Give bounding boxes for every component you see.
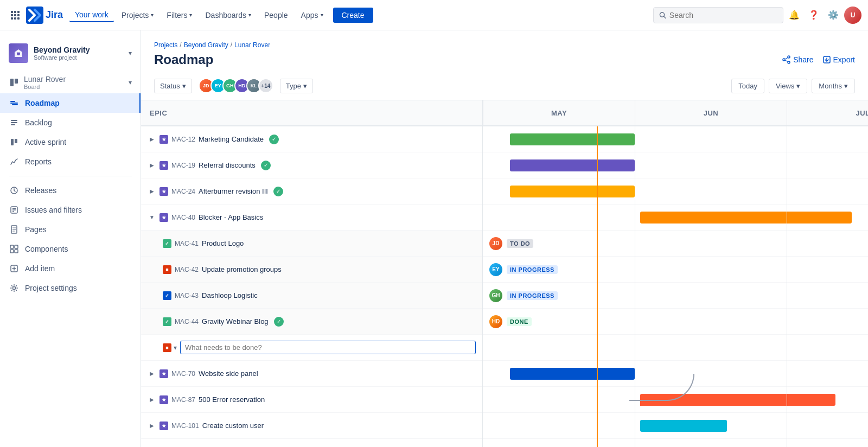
svg-rect-36 (15, 250, 18, 253)
components-icon (9, 244, 20, 254)
active-sprint-icon (9, 137, 20, 148)
breadcrumb-lunar-rover[interactable]: Lunar Rover (234, 41, 270, 49)
today-button[interactable]: Today (731, 79, 764, 93)
sidebar-item-reports[interactable]: Reports (0, 152, 141, 171)
projects-chevron-icon: ▾ (151, 12, 154, 18)
project-icon (9, 43, 28, 63)
breadcrumb-beyond-gravity[interactable]: Beyond Gravity (184, 41, 228, 49)
apps-chevron-icon: ▾ (321, 12, 323, 18)
epic-name-mac40[interactable]: Blocker - App Basics (199, 213, 263, 221)
reports-icon (9, 156, 20, 167)
epic-name-mac12[interactable]: Marketing Candidate (199, 135, 264, 143)
settings-button[interactable]: ⚙️ (825, 7, 842, 24)
epic-cell-input: ■ ▾ (141, 335, 482, 360)
nav-dashboards[interactable]: Dashboards ▾ (200, 9, 257, 22)
help-button[interactable]: ❓ (805, 7, 822, 24)
gantt-bar-mac19[interactable] (510, 159, 635, 171)
sidebar-item-components[interactable]: Components (0, 239, 141, 259)
svg-point-13 (17, 50, 20, 53)
sidebar-project-settings-label: Project settings (25, 284, 77, 292)
sidebar-item-roadmap[interactable]: Roadmap (0, 93, 141, 113)
nav-apps[interactable]: Apps ▾ (296, 9, 329, 22)
gantt-bar-mac70[interactable] (510, 368, 635, 380)
sidebar-board[interactable]: Lunar Rover Board ▾ (0, 72, 141, 93)
type-filter-button[interactable]: Type ▾ (280, 79, 313, 93)
epic-icon-mac40: ★ (159, 213, 168, 222)
epic-name-mac42[interactable]: Update promotion groups (202, 265, 282, 273)
roadmap-icon (9, 98, 20, 108)
sidebar-item-active-sprint[interactable]: Active sprint (0, 132, 141, 152)
svg-rect-8 (17, 17, 20, 20)
epic-name-mac87[interactable]: 500 Error reservation (199, 395, 265, 404)
expand-mac19[interactable]: ▶ (148, 161, 156, 170)
export-button[interactable]: Export (822, 55, 855, 64)
grid-icon[interactable] (7, 7, 24, 24)
expand-mac40[interactable]: ▼ (148, 213, 156, 222)
avatar-count[interactable]: +14 (258, 78, 273, 93)
epic-name-mac43[interactable]: Dashloop Logistic (202, 291, 258, 299)
input-chevron-icon[interactable]: ▾ (174, 344, 177, 352)
share-button[interactable]: Share (782, 55, 813, 64)
gantt-bar-mac40[interactable] (640, 212, 852, 224)
gantt-bar-mac101[interactable] (640, 420, 727, 432)
sidebar-item-issues-filters[interactable]: Issues and filters (0, 200, 141, 220)
epic-name-mac101[interactable]: Create custom user (202, 422, 264, 430)
gantt-bar-mac24[interactable] (510, 186, 635, 197)
sidebar-item-add-item[interactable]: Add item (0, 259, 141, 278)
epic-cell-mac12: ▶ ★ MAC-12 Marketing Candidate ✓ (141, 126, 482, 152)
epic-cell-mac87: ▶ ★ MAC-87 500 Error reservation (141, 387, 482, 412)
bar-row-mac19 (483, 152, 868, 178)
svg-rect-6 (11, 17, 13, 20)
svg-rect-1 (14, 11, 16, 13)
user-avatar[interactable]: U (844, 7, 861, 24)
status-mac43: GH IN PROGRESS (483, 283, 564, 309)
svg-rect-34 (15, 245, 18, 248)
status-filter-button[interactable]: Status ▾ (154, 79, 192, 93)
expand-mac101[interactable]: ▶ (148, 422, 156, 430)
epic-name-mac19[interactable]: Referral discounts (199, 161, 256, 169)
epic-icon-mac70: ★ (159, 369, 168, 378)
breadcrumb-sep1: / (180, 41, 181, 49)
epic-name-mac24[interactable]: Afterburner revision III (199, 187, 268, 195)
create-button[interactable]: Create (333, 8, 373, 23)
nav-people[interactable]: People (259, 9, 293, 22)
gantt-row-mac12: ▶ ★ MAC-12 Marketing Candidate ✓ (141, 126, 482, 152)
board-icon (9, 77, 20, 88)
export-icon (822, 55, 831, 64)
expand-mac87[interactable]: ▶ (148, 395, 156, 404)
epic-name-mac41[interactable]: Product Logo (202, 239, 244, 247)
gantt-container: Epic ▶ ★ MAC-12 Marketing Candidate ✓ (141, 100, 868, 447)
epic-icon-mac42: ■ (163, 265, 171, 274)
month-may: MAY (483, 100, 635, 125)
expand-mac70[interactable]: ▶ (148, 369, 156, 378)
sidebar-item-releases[interactable]: Releases (0, 181, 141, 200)
search-box[interactable] (653, 7, 783, 23)
nav-filters[interactable]: Filters ▾ (161, 9, 197, 22)
search-input[interactable] (669, 11, 777, 20)
bar-row-input (483, 335, 868, 361)
jira-logo[interactable]: Jira (26, 7, 63, 24)
top-nav: Jira Your work Projects ▾ Filters ▾ Dash… (0, 0, 868, 30)
gantt-right: MAY JUN JUL (483, 100, 868, 447)
months-button[interactable]: Months ▾ (812, 79, 855, 93)
gantt-bar-mac12[interactable] (510, 133, 635, 145)
expand-mac12[interactable]: ▶ (148, 135, 156, 144)
status-chevron-icon: ▾ (182, 82, 186, 90)
gantt-row-mac101: ▶ ★ MAC-101 Create custom user (141, 413, 482, 439)
epic-name-mac70[interactable]: Website side panel (199, 369, 258, 378)
epic-name-mac44[interactable]: Gravity Webinar Blog (202, 317, 269, 325)
expand-mac24[interactable]: ▶ (148, 187, 156, 196)
sidebar-reports-label: Reports (25, 157, 52, 166)
notifications-button[interactable]: 🔔 (786, 7, 803, 24)
sidebar-item-backlog[interactable]: Backlog (0, 113, 141, 132)
epic-cell-mac41: ✓ MAC-41 Product Logo (141, 231, 482, 256)
breadcrumb-projects[interactable]: Projects (154, 41, 177, 49)
nav-your-work[interactable]: Your work (69, 8, 114, 22)
nav-projects[interactable]: Projects ▾ (116, 9, 159, 22)
views-button[interactable]: Views ▾ (769, 79, 807, 93)
new-task-input[interactable] (180, 341, 476, 354)
sidebar-item-pages[interactable]: Pages (0, 220, 141, 239)
sidebar-project[interactable]: Beyond Gravity Software project ▾ (0, 39, 141, 72)
done-icon-mac44: ✓ (274, 317, 284, 327)
sidebar-item-project-settings[interactable]: Project settings (0, 278, 141, 298)
